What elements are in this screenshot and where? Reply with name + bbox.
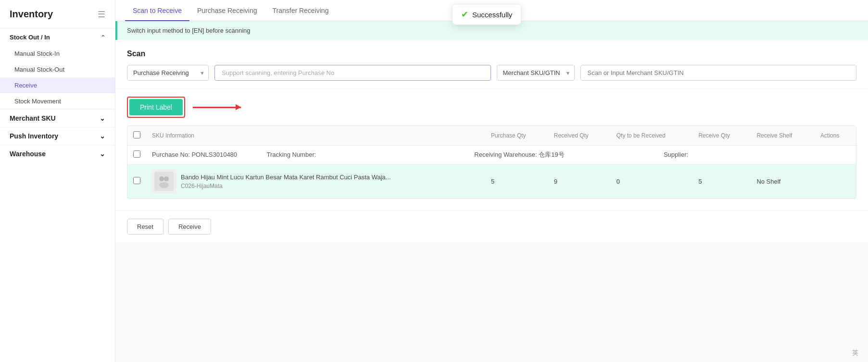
chevron-down-icon-2: ⌄ (100, 132, 105, 140)
table-wrap: SKU Information Purchase Qty Received Qt… (127, 125, 856, 199)
tab-transfer-receiving[interactable]: Transfer Receiving (264, 0, 336, 21)
sidebar-header: Inventory ☰ (0, 0, 115, 29)
purchase-meta-row: Purchase No: PONLS3010480 Tracking Numbe… (127, 146, 856, 164)
product-row-checkbox[interactable] (133, 177, 140, 184)
actions-cell (815, 164, 856, 199)
sidebar-section-stock-header[interactable]: Stock Out / In ⌃ (0, 29, 115, 46)
sidebar-push-inventory-label: Push Inventory (10, 132, 58, 140)
product-sku: C026-HijauMata (181, 183, 391, 189)
sidebar-toggle-icon[interactable]: ☰ (98, 9, 105, 20)
product-name: Bando Hijau Mint Lucu Kartun Besar Mata … (181, 173, 391, 182)
warehouse-label: Receiving Warehouse: (474, 151, 537, 158)
arrow-line-icon (193, 107, 241, 108)
receive-qty-cell: 5 (692, 164, 751, 199)
success-toast: ✔ Successfully (452, 4, 521, 25)
purchase-no-label: Purchase No: (152, 151, 190, 158)
scan-section-label: Scan (127, 50, 856, 58)
sidebar-item-manual-stock-in[interactable]: Manual Stock-In (0, 46, 115, 62)
scan-section: Scan Purchase Receiving Transfer Receivi… (115, 40, 868, 89)
product-info-cell: Bando Hijau Mint Lucu Kartun Besar Mata … (146, 164, 485, 199)
sidebar-item-manual-stock-out[interactable]: Manual Stock-Out (0, 62, 115, 77)
select-all-checkbox[interactable] (133, 131, 140, 138)
check-circle-icon: ✔ (461, 9, 468, 20)
scan-type-select-wrap: Purchase Receiving Transfer Receiving ▼ (127, 65, 209, 81)
svg-point-1 (159, 176, 164, 181)
purchase-meta-info: Purchase No: PONLS3010480 Tracking Numbe… (146, 146, 856, 164)
chevron-up-icon: ⌃ (101, 34, 105, 41)
tab-scan-to-receive[interactable]: Scan to Receive (125, 0, 189, 21)
sidebar-merchant-sku-label: Merchant SKU (10, 114, 56, 122)
sidebar: Inventory ☰ Stock Out / In ⌃ Manual Stoc… (0, 0, 115, 362)
tab-purchase-receiving[interactable]: Purchase Receiving (189, 0, 265, 21)
col-receive-qty: Receive Qty (692, 126, 751, 146)
col-qty-to-receive: Qty to be Received (611, 126, 693, 146)
purchase-qty-cell: 5 (485, 164, 548, 199)
product-checkbox-cell (127, 164, 146, 199)
toast-message: Successfully (472, 11, 512, 19)
sidebar-section-warehouse[interactable]: Warehouse ⌄ (0, 145, 115, 162)
tracking-label: Tracking Number: (267, 151, 316, 158)
table-row: Bando Hijau Mint Lucu Kartun Besar Mata … (127, 164, 856, 199)
scan-sku-input[interactable] (580, 65, 857, 81)
sidebar-warehouse-label: Warehouse (10, 150, 46, 158)
col-received-qty: Received Qty (548, 126, 611, 146)
product-details: Bando Hijau Mint Lucu Kartun Besar Mata … (181, 173, 391, 189)
col-purchase-qty: Purchase Qty (485, 126, 548, 146)
receive-button[interactable]: Receive (168, 219, 211, 235)
col-actions: Actions (815, 126, 856, 146)
print-label-btn-highlight: Print Label (127, 97, 185, 118)
qty-to-receive-cell: 0 (611, 164, 693, 199)
reset-button[interactable]: Reset (127, 219, 164, 235)
scan-purchase-no-input[interactable] (214, 65, 491, 81)
arrow-indicator (193, 107, 241, 108)
main-content: Scan to Receive Purchase Receiving Trans… (115, 0, 868, 362)
col-checkbox (127, 126, 146, 146)
sidebar-item-stock-movement[interactable]: Stock Movement (0, 93, 115, 109)
chevron-down-icon-3: ⌄ (100, 150, 105, 158)
product-thumbnail (152, 169, 176, 193)
purchase-row-checkbox[interactable] (133, 150, 140, 158)
svg-point-3 (159, 182, 169, 188)
product-cell: Bando Hijau Mint Lucu Kartun Besar Mata … (152, 169, 479, 193)
svg-point-2 (164, 176, 169, 181)
footer-area: Reset Receive (115, 211, 868, 242)
print-label-area: Print Label (115, 89, 868, 125)
table-area: SKU Information Purchase Qty Received Qt… (115, 125, 868, 211)
warehouse-value: 仓库19号 (539, 151, 564, 158)
inventory-table: SKU Information Purchase Qty Received Qt… (127, 126, 856, 199)
sidebar-title: Inventory (10, 9, 53, 20)
supplier-label: Supplier: (664, 151, 688, 158)
received-qty-cell: 9 (548, 164, 611, 199)
receive-shelf-cell: No Shelf (751, 164, 815, 199)
sidebar-item-receive[interactable]: Receive (0, 77, 115, 93)
content-area: Switch input method to [EN] before scann… (115, 21, 868, 362)
chevron-down-icon: ⌄ (100, 114, 105, 122)
sidebar-section-stock-label: Stock Out / In (10, 34, 50, 41)
print-label-button[interactable]: Print Label (129, 99, 183, 115)
scan-sku-select-wrap: Merchant SKU/GTIN Barcode ▼ (497, 65, 575, 81)
tabs-bar: Scan to Receive Purchase Receiving Trans… (115, 0, 868, 21)
scan-type-select[interactable]: Purchase Receiving Transfer Receiving (127, 65, 209, 81)
table-header-row: SKU Information Purchase Qty Received Qt… (127, 126, 856, 146)
col-sku-info: SKU Information (146, 126, 485, 146)
language-indicator: 英 (852, 349, 858, 357)
col-receive-shelf: Receive Shelf (751, 126, 815, 146)
scan-sku-type-select[interactable]: Merchant SKU/GTIN Barcode (497, 65, 575, 81)
purchase-no-value: PONLS3010480 (191, 151, 237, 158)
sidebar-section-merchant-sku[interactable]: Merchant SKU ⌄ (0, 109, 115, 127)
scan-row: Purchase Receiving Transfer Receiving ▼ … (127, 65, 856, 81)
purchase-meta-checkbox-cell (127, 146, 146, 164)
sidebar-section-stock: Stock Out / In ⌃ Manual Stock-In Manual … (0, 29, 115, 109)
sidebar-section-push-inventory[interactable]: Push Inventory ⌄ (0, 127, 115, 145)
